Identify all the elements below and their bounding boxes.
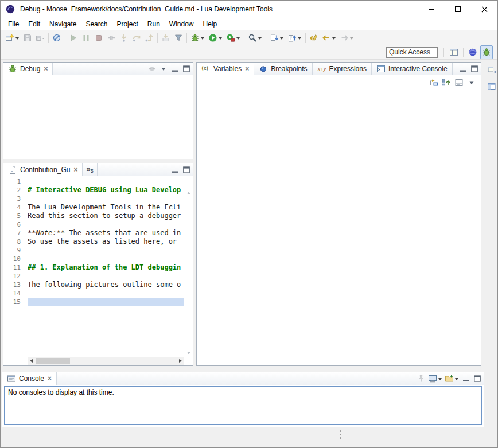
line-number[interactable]: 2 bbox=[3, 186, 21, 194]
dropdown-arrow-icon[interactable] bbox=[201, 37, 204, 40]
maximize-window-button[interactable] bbox=[445, 1, 471, 18]
close-tab-icon[interactable]: × bbox=[48, 375, 52, 382]
last-edit-location-button[interactable] bbox=[308, 31, 320, 45]
scroll-down-arrow-icon[interactable] bbox=[187, 352, 190, 354]
tab-debug[interactable]: Debug × bbox=[3, 63, 53, 76]
restore-views-button[interactable] bbox=[485, 63, 498, 76]
disconnect-button[interactable] bbox=[105, 31, 118, 45]
save-button[interactable] bbox=[21, 31, 34, 45]
dropdown-arrow-icon[interactable] bbox=[332, 37, 336, 40]
line-number[interactable]: 5 bbox=[3, 212, 21, 220]
use-step-filters-button[interactable] bbox=[172, 31, 185, 45]
code-line[interactable]: 7**Note:** The assets that are used in bbox=[3, 229, 184, 237]
back-button[interactable] bbox=[320, 31, 338, 45]
open-console-button[interactable] bbox=[443, 372, 460, 385]
view-menu-button[interactable] bbox=[465, 76, 478, 89]
code-line[interactable]: 6 bbox=[3, 220, 184, 229]
code-line[interactable]: 10 bbox=[3, 255, 184, 263]
minimize-view-button[interactable] bbox=[169, 63, 181, 75]
code-line[interactable]: 9 bbox=[3, 246, 184, 255]
hidden-tabs-chevron[interactable]: »5 bbox=[83, 163, 97, 176]
code-line[interactable]: 5Read this section to setup a debugger bbox=[3, 212, 184, 220]
line-number[interactable]: 4 bbox=[3, 203, 21, 212]
minimize-view-button[interactable] bbox=[457, 63, 469, 75]
resume-button[interactable] bbox=[67, 31, 80, 45]
scrollbar-thumb[interactable] bbox=[36, 358, 70, 364]
tab-expressions[interactable]: x+yExpressions bbox=[313, 63, 372, 75]
dropdown-arrow-icon[interactable] bbox=[258, 37, 262, 40]
new-wizard-button[interactable] bbox=[3, 31, 21, 45]
menu-run[interactable]: Run bbox=[143, 18, 165, 30]
minimize-view-button[interactable] bbox=[460, 372, 472, 385]
resize-grip[interactable] bbox=[340, 430, 341, 439]
line-number[interactable]: 7 bbox=[3, 229, 21, 237]
maximize-view-button[interactable] bbox=[181, 63, 192, 75]
close-tab-icon[interactable]: × bbox=[245, 65, 249, 72]
collapse-all-button[interactable] bbox=[440, 76, 453, 89]
suspend-button[interactable] bbox=[80, 31, 92, 45]
tab-breakpoints[interactable]: Breakpoints bbox=[254, 63, 312, 75]
console-content[interactable]: No consoles to display at this time. bbox=[4, 386, 482, 425]
code-line[interactable]: 2# Interactive DEBUG using Lua Develop bbox=[3, 186, 184, 194]
skip-breakpoints-button[interactable] bbox=[50, 31, 63, 45]
dropdown-arrow-icon[interactable] bbox=[438, 378, 442, 380]
dropdown-arrow-icon[interactable] bbox=[350, 37, 353, 40]
code-line[interactable]: 1 bbox=[3, 177, 184, 186]
menu-search[interactable]: Search bbox=[81, 18, 112, 30]
next-annotation-button[interactable] bbox=[268, 31, 286, 45]
search-button[interactable] bbox=[246, 31, 264, 45]
code-line[interactable]: 11## 1. Explanation of the LDT debuggin bbox=[3, 263, 184, 272]
vertical-scrollbar[interactable] bbox=[185, 190, 192, 356]
dropdown-arrow-icon[interactable] bbox=[280, 37, 283, 40]
dropdown-arrow-icon[interactable] bbox=[455, 378, 458, 380]
step-into-button[interactable] bbox=[118, 31, 130, 45]
previous-annotation-button[interactable] bbox=[286, 31, 304, 45]
line-number[interactable]: 3 bbox=[3, 194, 21, 203]
line-number[interactable]: 8 bbox=[3, 237, 21, 246]
minimized-views-button[interactable] bbox=[485, 80, 498, 94]
close-tab-icon[interactable]: × bbox=[73, 166, 77, 173]
dropdown-arrow-icon[interactable] bbox=[15, 37, 19, 40]
line-number[interactable]: 14 bbox=[3, 289, 21, 298]
menu-help[interactable]: Help bbox=[199, 18, 222, 30]
display-console-button[interactable] bbox=[427, 372, 443, 385]
tab-interactive-console[interactable]: Interactive Console bbox=[372, 63, 453, 75]
close-tab-icon[interactable]: × bbox=[44, 65, 48, 72]
terminate-button[interactable] bbox=[92, 31, 105, 45]
external-tools-button[interactable] bbox=[224, 31, 242, 45]
code-line[interactable]: 12 bbox=[3, 272, 184, 281]
code-line[interactable]: 4The Lua Development Tools in the Ecli bbox=[3, 203, 184, 212]
drop-to-frame-button[interactable] bbox=[159, 31, 172, 45]
open-perspective-button[interactable] bbox=[448, 45, 460, 59]
tab-variables[interactable]: (x)=Variables× bbox=[197, 63, 254, 76]
code-area[interactable]: 12# Interactive DEBUG using Lua Develop3… bbox=[3, 177, 184, 356]
run-button[interactable] bbox=[207, 31, 224, 45]
close-window-button[interactable] bbox=[471, 1, 497, 18]
menu-file[interactable]: File bbox=[3, 18, 24, 30]
step-over-button[interactable] bbox=[130, 31, 143, 45]
minimize-view-button[interactable] bbox=[169, 163, 181, 176]
line-number[interactable]: 13 bbox=[3, 281, 21, 289]
code-line[interactable]: 15 bbox=[3, 298, 184, 306]
step-return-button[interactable] bbox=[143, 31, 155, 45]
maximize-view-button[interactable] bbox=[472, 372, 483, 385]
debug-perspective-button[interactable] bbox=[480, 45, 493, 59]
save-all-button[interactable] bbox=[34, 31, 46, 45]
line-number[interactable]: 9 bbox=[3, 246, 21, 255]
scroll-up-arrow-icon[interactable] bbox=[187, 192, 190, 194]
scroll-right-button[interactable] bbox=[177, 357, 184, 365]
minimize-window-button[interactable] bbox=[418, 1, 445, 18]
maximize-view-button[interactable] bbox=[469, 63, 480, 75]
disconnect-button[interactable] bbox=[146, 63, 158, 75]
code-line[interactable]: 14 bbox=[3, 289, 184, 298]
line-number[interactable]: 10 bbox=[3, 255, 21, 263]
debug-button[interactable] bbox=[189, 31, 207, 45]
menu-project[interactable]: Project bbox=[112, 18, 142, 30]
dropdown-arrow-icon[interactable] bbox=[298, 37, 301, 40]
menu-navigate[interactable]: Navigate bbox=[45, 18, 81, 30]
line-number[interactable]: 15 bbox=[3, 298, 21, 306]
menu-edit[interactable]: Edit bbox=[24, 18, 45, 30]
view-menu-button[interactable] bbox=[158, 63, 169, 75]
line-number[interactable]: 6 bbox=[3, 220, 21, 229]
line-number[interactable]: 11 bbox=[3, 263, 21, 272]
